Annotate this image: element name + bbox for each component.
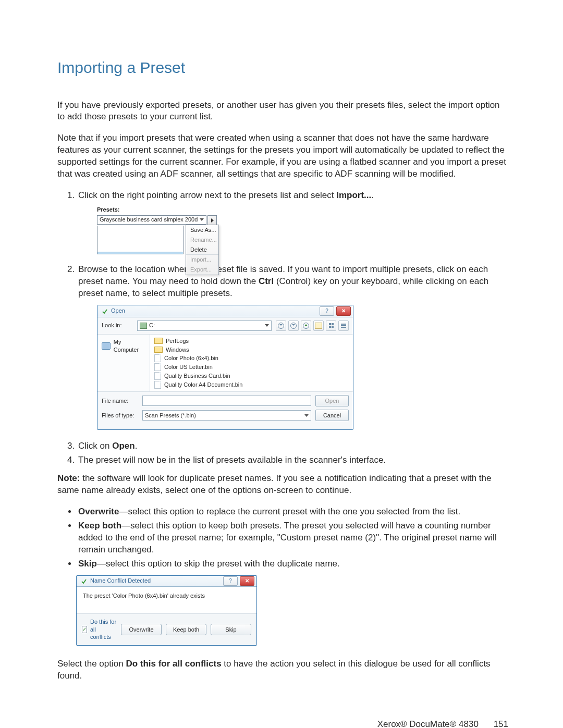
list-item[interactable]: Color US Letter.bin: [154, 363, 349, 372]
menu-rename[interactable]: Rename...: [186, 235, 218, 245]
step-2: Browse to the location where the preset …: [77, 264, 508, 430]
nav-forward-button[interactable]: [288, 320, 299, 331]
step-3: Click on Open.: [77, 440, 508, 452]
look-in-label: Look in:: [102, 322, 133, 329]
intro-paragraph: If you have previously exported presets,…: [57, 100, 508, 124]
overwrite-button[interactable]: Overwrite: [121, 624, 162, 635]
files-of-type-select[interactable]: Scan Presets (*.bin): [142, 410, 311, 421]
dialog-icon: [81, 578, 87, 584]
screenshot-open-dialog: Open ? ✕ Look in: C:: [97, 305, 353, 430]
files-of-type-label: Files of type:: [102, 412, 138, 419]
bullet-keep-both: Keep both—select this option to keep bot…: [77, 520, 508, 556]
presets-flyout-button[interactable]: [207, 215, 217, 226]
footer-page-number: 151: [494, 719, 508, 728]
import-note-paragraph: Note that if you import presets that wer…: [57, 132, 508, 180]
menu-save-as[interactable]: Save As...: [186, 225, 218, 235]
chevron-down-icon: [265, 324, 269, 327]
presets-dropdown[interactable]: Grayscale business card simplex 200d: [97, 215, 206, 225]
chevron-down-icon: [304, 414, 309, 417]
view-list-button[interactable]: [338, 320, 349, 331]
screenshot-presets-flyout: Presets: Grayscale business card simplex…: [97, 206, 217, 254]
menu-delete[interactable]: Delete: [186, 245, 218, 255]
skip-button[interactable]: Skip: [211, 624, 251, 635]
chevron-right-icon: [211, 218, 214, 223]
file-icon: [154, 354, 161, 362]
list-item[interactable]: Windows: [154, 346, 349, 354]
conflict-dialog-title: Name Conflict Detected: [90, 577, 151, 585]
nav-back-button[interactable]: [276, 320, 286, 331]
view-grid-button[interactable]: [326, 320, 336, 331]
conflict-options-list: Overwrite—select this option to replace …: [57, 506, 508, 570]
dialog-icon: [102, 308, 108, 314]
chevron-down-icon: [200, 218, 204, 221]
places-sidebar: My Computer: [97, 335, 150, 392]
close-button[interactable]: ✕: [240, 576, 254, 586]
file-icon: [154, 372, 161, 380]
help-button[interactable]: ?: [223, 576, 238, 586]
list-item[interactable]: Quality Color A4 Document.bin: [154, 380, 349, 389]
open-dialog-titlebar: Open ? ✕: [97, 305, 353, 317]
folder-icon: [154, 347, 163, 353]
page-heading: Importing a Preset: [57, 57, 508, 79]
open-dialog-title: Open: [111, 307, 125, 315]
folder-icon: [154, 338, 163, 344]
new-folder-button[interactable]: [313, 320, 324, 331]
drive-icon: [140, 323, 147, 329]
duplicate-note: Note: the software will look for duplica…: [57, 473, 508, 497]
toolbar-buttons: [276, 320, 349, 331]
close-button[interactable]: ✕: [336, 306, 351, 316]
presets-list-panel: [97, 226, 183, 254]
list-item[interactable]: Color Photo (6x4).bin: [154, 354, 349, 363]
computer-icon: [102, 342, 111, 350]
menu-export[interactable]: Export...: [186, 265, 218, 275]
bullet-skip: Skip—select this option to skip the pres…: [77, 558, 508, 570]
file-icon: [154, 363, 161, 371]
look-in-dropdown[interactable]: C:: [137, 320, 272, 331]
do-this-for-all-checkbox[interactable]: ✓ Do this for all conflicts: [82, 618, 117, 641]
nav-up-button[interactable]: [301, 320, 311, 331]
conflict-message: The preset 'Color Photo (6x4).bin' alrea…: [77, 587, 256, 613]
presets-flyout-menu: Save As... Rename... Delete Import... Ex…: [186, 225, 219, 275]
menu-import[interactable]: Import...: [186, 254, 218, 265]
cancel-button[interactable]: Cancel: [315, 410, 349, 421]
final-paragraph: Select the option Do this for all confli…: [57, 658, 508, 682]
file-name-input[interactable]: [142, 396, 311, 406]
presets-label: Presets:: [97, 206, 217, 214]
file-icon: [154, 381, 161, 389]
bullet-overwrite: Overwrite—select this option to replace …: [77, 506, 508, 518]
place-my-computer[interactable]: My Computer: [97, 337, 150, 355]
footer-product: Xerox® DocuMate® 4830: [377, 719, 479, 728]
help-button[interactable]: ?: [320, 306, 334, 316]
keep-both-button[interactable]: Keep both: [166, 624, 206, 635]
file-list: PerfLogs Windows Color Photo (6x4).bin C…: [150, 335, 353, 392]
file-name-label: File name:: [102, 397, 138, 405]
screenshot-conflict-dialog: Name Conflict Detected ? ✕ The preset 'C…: [76, 575, 257, 646]
conflict-dialog-titlebar: Name Conflict Detected ? ✕: [77, 576, 256, 587]
step-1: Click on the right pointing arrow next t…: [77, 190, 508, 254]
list-item[interactable]: Quality Business Card.bin: [154, 372, 349, 380]
open-button[interactable]: Open: [315, 395, 349, 406]
list-item[interactable]: PerfLogs: [154, 337, 349, 346]
checkbox-icon: ✓: [82, 626, 87, 633]
step-4: The preset will now be in the list of pr…: [77, 454, 508, 466]
steps-list: Click on the right pointing arrow next t…: [57, 190, 508, 466]
presets-selected-value: Grayscale business card simplex 200d: [100, 216, 198, 224]
page-footer: Xerox® DocuMate® 4830 151 User's Guide: [57, 719, 508, 728]
look-in-value: C:: [149, 322, 155, 329]
